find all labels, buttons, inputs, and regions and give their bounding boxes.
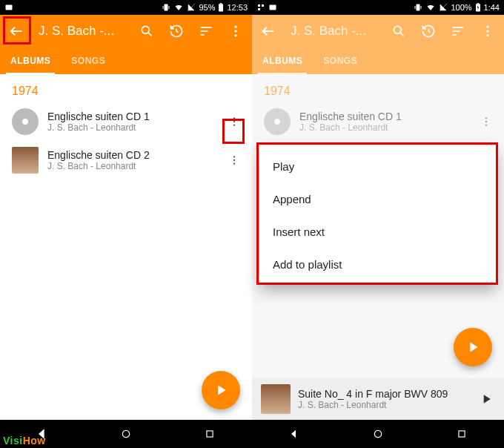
- battery-charging-icon: [475, 3, 481, 12]
- search-button[interactable]: [133, 18, 160, 45]
- battery-text: 100%: [451, 3, 471, 12]
- menu-label: Add to playlist: [273, 258, 342, 271]
- back-button[interactable]: [3, 18, 30, 45]
- year-header: 1974: [252, 74, 504, 102]
- svg-rect-32: [459, 431, 465, 437]
- album-art-icon: [264, 108, 291, 135]
- nav-back-button[interactable]: [279, 420, 309, 448]
- svg-rect-22: [453, 27, 464, 28]
- item-subtitle: J. S. Bach - Leonhardt: [47, 161, 213, 171]
- clock-text: 1:44: [484, 3, 500, 12]
- search-button[interactable]: [385, 18, 412, 45]
- battery-icon: [218, 3, 224, 12]
- status-bar: 100% 1:44: [252, 0, 504, 15]
- nav-recent-button[interactable]: [447, 420, 477, 448]
- sort-button[interactable]: [445, 18, 471, 45]
- context-menu: Play Append Insert next Add to playlist: [259, 145, 497, 285]
- svg-point-15: [233, 162, 235, 164]
- item-title: Englische suiten CD 2: [47, 149, 213, 161]
- svg-rect-1: [219, 4, 223, 11]
- menu-label: Append: [273, 193, 311, 205]
- svg-point-25: [486, 26, 488, 28]
- svg-rect-0: [6, 5, 13, 10]
- clock-text: 12:53: [227, 3, 248, 12]
- tab-label: ALBUMS: [10, 56, 50, 66]
- item-title: Englische suiten CD 1: [299, 111, 465, 122]
- history-button[interactable]: [415, 18, 442, 45]
- svg-point-26: [486, 30, 488, 32]
- tab-bar: ALBUMS SONGS: [0, 47, 252, 74]
- svg-rect-6: [201, 34, 205, 36]
- mini-title: Suite No_ 4 in F major BWV 809: [298, 388, 467, 400]
- notification-icon: [256, 3, 265, 12]
- item-title: Englische suiten CD 1: [47, 111, 213, 122]
- menu-item-play[interactable]: Play: [259, 150, 497, 182]
- tab-label: ALBUMS: [262, 56, 302, 66]
- menu-label: Play: [273, 160, 294, 173]
- watermark-part1: Visi: [3, 435, 23, 447]
- svg-point-21: [394, 26, 401, 33]
- page-title: J. S. Bach -...: [33, 24, 130, 39]
- svg-point-10: [233, 117, 235, 119]
- mini-play-button[interactable]: [474, 387, 498, 411]
- signal-off-icon: [439, 3, 448, 12]
- overflow-button[interactable]: [222, 18, 249, 45]
- nav-recent-button[interactable]: [195, 420, 225, 448]
- tab-songs[interactable]: SONGS: [313, 47, 368, 74]
- android-nav-bar: [252, 420, 504, 448]
- menu-item-add-to-playlist[interactable]: Add to playlist: [259, 248, 497, 280]
- svg-point-9: [234, 34, 236, 36]
- album-art-icon: [12, 147, 39, 174]
- mini-player[interactable]: Suite No_ 4 in F major BWV 809 J. S. Bac…: [252, 378, 504, 420]
- battery-text: 95%: [199, 3, 215, 12]
- svg-point-14: [233, 159, 235, 161]
- play-fab[interactable]: [202, 371, 240, 409]
- back-button[interactable]: [255, 18, 282, 45]
- svg-rect-4: [201, 27, 212, 28]
- wifi-icon: [173, 3, 184, 12]
- play-fab[interactable]: [454, 328, 492, 366]
- content-area: 1974 Englische suiten CD 1 J. S. Bach - …: [0, 74, 252, 448]
- svg-point-29: [485, 121, 487, 122]
- menu-label: Insert next: [273, 225, 325, 238]
- svg-rect-5: [201, 30, 208, 32]
- tab-albums[interactable]: ALBUMS: [252, 47, 313, 74]
- album-art-icon: [261, 384, 291, 414]
- signal-off-icon: [187, 3, 196, 12]
- svg-rect-23: [453, 30, 460, 32]
- svg-point-31: [374, 430, 381, 437]
- svg-point-13: [233, 156, 235, 157]
- svg-rect-24: [453, 34, 457, 36]
- item-overflow-button[interactable]: [474, 110, 498, 134]
- item-overflow-button[interactable]: [222, 110, 246, 134]
- menu-item-insert-next[interactable]: Insert next: [259, 215, 497, 248]
- nav-home-button[interactable]: [363, 420, 393, 448]
- tab-albums[interactable]: ALBUMS: [0, 47, 61, 74]
- tab-label: SONGS: [71, 56, 105, 66]
- svg-point-30: [485, 124, 487, 125]
- svg-point-16: [122, 430, 129, 437]
- status-bar: 95% 12:53: [0, 0, 252, 15]
- watermark: VisiHow: [0, 433, 49, 448]
- menu-item-append[interactable]: Append: [259, 182, 497, 215]
- phone-right: 100% 1:44 J. S. Bach -... ALBUMS SONGS 1…: [252, 0, 504, 448]
- notification-icon: [4, 3, 13, 12]
- nav-home-button[interactable]: [111, 420, 141, 448]
- item-overflow-button[interactable]: [222, 148, 246, 172]
- list-item[interactable]: Englische suiten CD 2 J. S. Bach - Leonh…: [0, 141, 252, 179]
- svg-rect-2: [220, 3, 222, 4]
- svg-point-8: [234, 30, 236, 32]
- page-title: J. S. Bach -...: [285, 24, 382, 39]
- tab-label: SONGS: [323, 56, 357, 66]
- list-item[interactable]: Englische suiten CD 1 J. S. Bach - Leonh…: [252, 102, 504, 141]
- history-button[interactable]: [163, 18, 190, 45]
- sort-button[interactable]: [193, 18, 219, 45]
- list-item[interactable]: Englische suiten CD 1 J. S. Bach - Leonh…: [0, 102, 252, 141]
- overflow-button[interactable]: [474, 18, 501, 45]
- svg-point-28: [485, 117, 487, 119]
- svg-rect-18: [270, 5, 276, 10]
- tab-songs[interactable]: SONGS: [61, 47, 116, 74]
- svg-point-27: [486, 34, 488, 36]
- svg-point-7: [234, 26, 236, 28]
- wifi-icon: [425, 3, 436, 12]
